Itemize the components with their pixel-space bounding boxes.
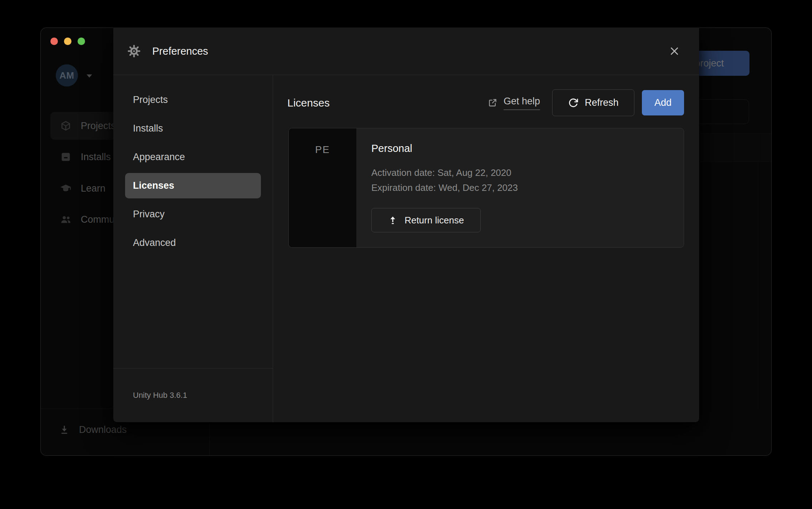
zoom-window-button[interactable] <box>78 38 85 45</box>
expiration-date: Expiration date: Wed, Dec 27, 2023 <box>371 180 684 195</box>
license-card: PE Personal Activation date: Sat, Aug 22… <box>288 128 684 248</box>
preferences-dialog: Preferences Projects Installs Appearance… <box>113 28 699 422</box>
refresh-button[interactable]: Refresh <box>552 89 634 116</box>
gear-icon <box>128 45 140 58</box>
get-help-link[interactable]: Get help <box>488 96 540 110</box>
pref-tab-privacy[interactable]: Privacy <box>125 202 261 227</box>
page-title: Licenses <box>287 97 330 109</box>
return-license-button[interactable]: Return license <box>371 208 481 232</box>
close-window-button[interactable] <box>50 38 58 45</box>
license-details: Personal Activation date: Sat, Aug 22, 2… <box>356 128 684 247</box>
refresh-label: Refresh <box>585 97 619 108</box>
upload-icon <box>388 215 397 225</box>
dialog-title: Preferences <box>152 45 208 57</box>
pref-tab-appearance[interactable]: Appearance <box>125 144 261 170</box>
pref-tab-installs[interactable]: Installs <box>125 116 261 141</box>
external-link-icon <box>488 98 497 108</box>
licenses-panel: Licenses Get help <box>273 75 699 422</box>
license-name: Personal <box>371 143 684 154</box>
window-controls <box>50 38 85 45</box>
refresh-icon <box>568 98 579 108</box>
preferences-header: Preferences <box>113 28 699 75</box>
sidebar-footer-divider <box>113 368 273 369</box>
pref-tab-advanced[interactable]: Advanced <box>125 230 261 256</box>
add-license-button[interactable]: Add <box>642 90 684 115</box>
close-dialog-button[interactable] <box>667 44 682 58</box>
license-badge: PE <box>289 128 356 247</box>
pref-tab-projects[interactable]: Projects <box>125 87 261 113</box>
licenses-title-row: Licenses Get help <box>287 89 684 116</box>
minimize-window-button[interactable] <box>64 38 71 45</box>
screen: AM Projects Install <box>0 0 812 509</box>
activation-date: Activation date: Sat, Aug 22, 2020 <box>371 165 684 180</box>
get-help-label: Get help <box>504 96 540 110</box>
app-version: Unity Hub 3.6.1 <box>133 391 187 400</box>
preferences-sidebar: Projects Installs Appearance Licenses Pr… <box>113 75 273 422</box>
pref-tab-licenses[interactable]: Licenses <box>125 173 261 198</box>
return-license-label: Return license <box>405 215 464 226</box>
close-icon <box>669 45 680 57</box>
